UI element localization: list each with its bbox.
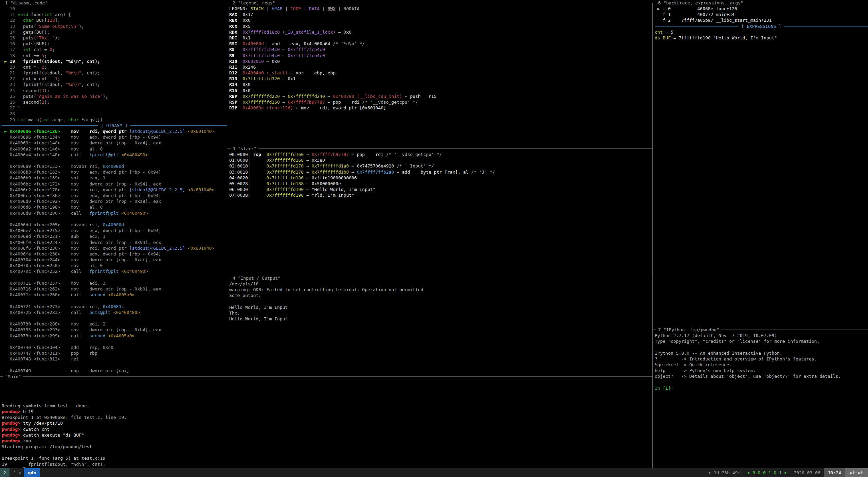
terminal-line: 0x400735 <func+293> mov dword ptr [rbp -…	[2, 327, 227, 333]
terminal-line: pwndbg> cwatch execute "ds BUF"	[2, 432, 652, 438]
terminal-line: 0x4006a2 <func+146> mov al, 0	[2, 146, 227, 152]
pane-title-row: "Main"	[0, 374, 652, 379]
pane-title: 6 "backtrace, expressions, args"	[656, 0, 745, 5]
terminal-line: 22 cnt = cnt - 1;	[2, 76, 227, 82]
load-average: < 0.0 0.1 0.1 >	[744, 468, 790, 477]
terminal-line	[2, 275, 227, 280]
terminal-line: 01:0008│ 0x7fffffffd168 ← 0x380	[229, 157, 652, 163]
terminal-line: 13 puts("Some output:\n");	[2, 23, 227, 29]
tmux-window-tab-gdb[interactable]: gdb	[24, 468, 40, 477]
terminal-line: 25 puts("Again as it was so nice");	[2, 93, 227, 99]
statusbar-right: ↑ 1d 23h 49m < 0.0 0.1 0.1 > 2020-03-06 …	[705, 468, 868, 477]
terminal-line: Breakpoint 1, func (arg=5) at test.c:19	[2, 455, 652, 461]
terminal-line: 0x4006d6 <func+198> mov al, 0	[2, 204, 227, 210]
terminal-line: 11 void func(int arg) {	[2, 12, 227, 17]
terminal-line: pwndbg> run	[2, 438, 652, 444]
tmux-status-bar: 2 1 > gdb ↑ 1d 23h 49m < 0.0 0.1 0.1 > 2…	[0, 468, 868, 477]
section-header: [ DISASM ]	[98, 123, 130, 128]
terminal-line: 17 int cnt = 0;	[2, 47, 227, 52]
registers-content: LEGEND: STACK | HEAP | CODE | DATA | RWX…	[228, 6, 652, 111]
terminal-line: RIP 0x40068e (func+126) ← mov rdi, qword…	[229, 105, 652, 111]
terminal-line: 0x4006b3 <func+163> mov ecx, dword ptr […	[2, 169, 227, 175]
terminal-line: R10 0x602010 ← 0x0	[229, 58, 652, 64]
pane-border-vertical[interactable]	[652, 3, 653, 468]
terminal-line: [ DISASM ]	[2, 123, 227, 128]
terminal-line: ► 0x40068e <func+126> mov rdi, qword ptr…	[2, 128, 227, 134]
pane-stack[interactable]: 3 "stack" 00:0000│ rsp 0x7fffffffd160 → …	[228, 146, 652, 275]
gdb-console-content: Reading symbols from test...done.pwndbg>…	[0, 379, 652, 468]
terminal-line: IPython 5.8.0 -- An enhanced Interactive…	[655, 350, 868, 356]
status-date: 2020-03-06	[790, 468, 824, 477]
pane-backtrace-expressions[interactable]: 6 "backtrace, expressions, args" ► f 0 4…	[653, 0, 868, 327]
pane-registers[interactable]: 2 "legend, regs" LEGEND: STACK | HEAP | …	[228, 0, 652, 146]
terminal-line: 0x40072b <func+283> call puts@plt <0x400…	[2, 310, 227, 315]
terminal-line: ► f 0 40068e func+126	[655, 6, 868, 12]
terminal-line: RDX 0x7ffff7dd18c0 (_IO_stdfile_1_lock) …	[229, 29, 652, 35]
terminal-line: R8 0x7ffff7fcb4c0 ← 0x7ffff7fcb4c0	[229, 47, 652, 52]
terminal-line: Type "copyright", "credits" or "license"…	[655, 338, 868, 344]
terminal-line: 0x4006a4 <func+148> call fprintf@plt <0x…	[2, 152, 227, 158]
terminal-line	[2, 397, 652, 403]
terminal-line	[229, 299, 652, 304]
terminal-line: 0x4006fe <func+238> mov edx, dword ptr […	[2, 251, 227, 257]
terminal-line: R15 0x0	[229, 88, 652, 93]
terminal-line	[2, 385, 652, 391]
terminal-line	[2, 339, 227, 344]
terminal-line: warning: GDB: Failed to set controlling …	[229, 287, 652, 293]
pane-title-row: 7 "IPython: tmp/pwndbg"	[653, 327, 868, 333]
terminal-line: 03:0018│ 0x7fffffffd178 → 0x7fffffffd1b0…	[229, 169, 652, 175]
terminal-line: 28	[2, 111, 227, 117]
pane-border-line	[228, 3, 231, 3]
pane-input-output[interactable]: 4 "Input / Output" /dev/pts/10warning: G…	[228, 275, 652, 374]
terminal-line: 07:0038│ 0x7fffffffd198 ← "rld, I'm Inpu…	[229, 192, 652, 198]
terminal-line: object? -> Details about 'object', use '…	[655, 373, 868, 379]
terminal-line: RAX 0x17	[229, 12, 652, 17]
section-header: [ EXPRESSIONS ]	[739, 23, 784, 29]
tmux-session-name[interactable]: 2	[0, 468, 10, 477]
terminal-line: ds BUF = 7fffffffd190 "Hello World, I'm …	[655, 35, 868, 41]
pane-ipython[interactable]: 7 "IPython: tmp/pwndbg" Python 2.7.17 (d…	[653, 327, 868, 468]
pane-title-row: 2 "legend, regs"	[228, 0, 652, 6]
io-content: /dev/pts/10warning: GDB: Failed to set c…	[228, 281, 652, 322]
terminal-line: 0x4006f0 <func+224> mov dword ptr [rbp -…	[2, 240, 227, 245]
terminal-line: 0x4006b9 <func+169> shl ecx, 1	[2, 175, 227, 181]
uptime-indicator: ↑ 1d 23h 49m	[705, 468, 744, 477]
terminal-line: 04:0020│ 0x7fffffffd180 ← 0xfffd19000000…	[229, 175, 652, 181]
terminal-line: Hello World, I'm Input	[229, 316, 652, 322]
terminal-line: 0x4006c2 <func+178> mov rdi, qword ptr […	[2, 187, 227, 193]
pane-disasm-code[interactable]: 1 "disasm, code" 10 11 void func(int arg…	[0, 0, 227, 374]
terminal-line: pwndbg> cwatch cnt	[2, 426, 652, 432]
terminal-line	[2, 315, 227, 321]
terminal-line: 0x4006e7 <func+215> mov ecx, dword ptr […	[2, 228, 227, 233]
terminal-line: ? -> Introduction and overview of IPytho…	[655, 356, 868, 362]
backtrace-content: ► f 0 40068e func+126 f 1 400772 main+34…	[653, 6, 868, 41]
terminal-line	[2, 362, 227, 368]
pane-border-line	[277, 3, 652, 3]
terminal-line: 0x40070a <func+250> mov al, 0	[2, 263, 227, 268]
terminal-line: RDI 0x1	[229, 35, 652, 41]
terminal-line	[2, 158, 227, 163]
terminal-line: %quickref -> Quick reference.	[655, 362, 868, 368]
pane-border-vertical[interactable]	[227, 3, 227, 374]
terminal-line: 20 cnt *= 2;	[2, 64, 227, 70]
pane-border-line	[228, 278, 231, 278]
terminal-line: 29 int main(int argc, char *argv[])	[2, 117, 227, 123]
terminal-line: 0x400747 <func+311> pop rbp	[2, 350, 227, 356]
terminal-line: 0x40073b <func+299> call second <0x4005a…	[2, 333, 227, 339]
terminal-line: 12 char BUF[128];	[2, 17, 227, 23]
pane-border-line	[653, 3, 656, 3]
pane-border-line	[721, 330, 868, 330]
status-hostname: at-at	[845, 468, 868, 477]
pane-border-line	[0, 376, 3, 377]
pane-title-row: 3 "stack"	[228, 146, 652, 152]
terminal-line: help -> Python's own help system.	[655, 368, 868, 373]
pane-main-gdb[interactable]: "Main" Reading symbols from test...done.…	[0, 374, 652, 468]
terminal-line: 18 cnt += 5;	[2, 53, 227, 58]
terminal-line: 0x4006dd <func+205> movabs rsi, 0x40080d	[2, 222, 227, 228]
terminal-line: RSI 0x40080d ← and eax, 0x4f000a64 /* '%…	[229, 41, 652, 47]
terminal-line: Starting program: /tmp/pwndbg/test	[2, 444, 652, 449]
pane-border-line	[228, 148, 231, 149]
terminal-line: /dev/pts/10	[229, 281, 652, 287]
pane-border-line	[50, 3, 227, 3]
terminal-line: 0x400740 <func+304> add rsp, 0xc0	[2, 344, 227, 350]
